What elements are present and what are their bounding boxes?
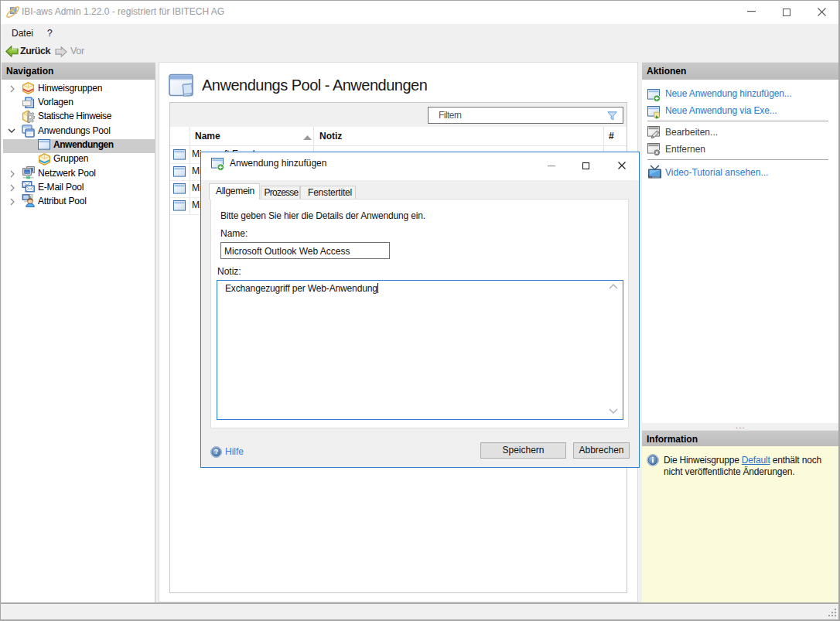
svg-text:?: ?: [214, 448, 219, 456]
